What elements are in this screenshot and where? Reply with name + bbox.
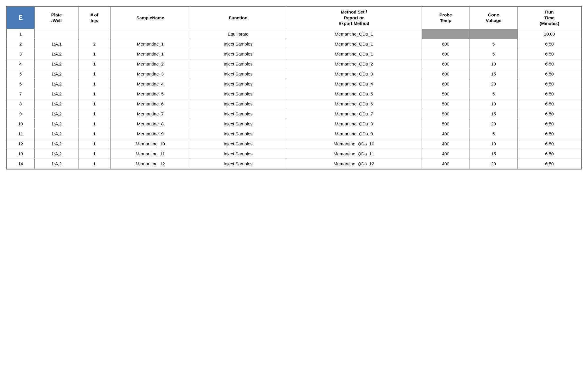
- cell-function: Inject Samples: [190, 159, 286, 169]
- cell-sample: Memantine_4: [110, 79, 190, 89]
- cell-injs: 1: [78, 109, 111, 119]
- cell-cone: 10: [470, 99, 517, 109]
- cell-method: Memantine_QDa_7: [286, 109, 422, 119]
- cell-plate: 1:A,2: [35, 49, 78, 59]
- cell-function: Equilibrate: [190, 29, 286, 39]
- cell-plate: 1:A,2: [35, 59, 78, 69]
- cell-function: Inject Samples: [190, 139, 286, 149]
- cell-cone: 15: [470, 109, 517, 119]
- cell-probe: 400: [422, 129, 470, 139]
- cell-cone: [470, 29, 517, 39]
- cell-row-num: 6: [7, 79, 35, 89]
- cell-runtime: 6.50: [517, 119, 581, 129]
- cell-sample: Memantine_5: [110, 89, 190, 99]
- cell-plate: 1:A,2: [35, 129, 78, 139]
- cell-row-num: 3: [7, 49, 35, 59]
- cell-probe: 600: [422, 39, 470, 49]
- cell-runtime: 6.50: [517, 79, 581, 89]
- cell-injs: 1: [78, 119, 111, 129]
- cell-function: Inject Samples: [190, 59, 286, 69]
- cell-method: Memantine_QDa_8: [286, 119, 422, 129]
- cell-function: Inject Samples: [190, 99, 286, 109]
- cell-row-num: 14: [7, 159, 35, 169]
- cell-function: Inject Samples: [190, 89, 286, 99]
- cell-probe: 400: [422, 139, 470, 149]
- cell-cone: 5: [470, 49, 517, 59]
- cell-row-num: 10: [7, 119, 35, 129]
- cell-sample: Memantine_8: [110, 119, 190, 129]
- cell-sample: Memantine_7: [110, 109, 190, 119]
- cell-runtime: 6.50: [517, 149, 581, 159]
- cell-function: Inject Samples: [190, 129, 286, 139]
- cell-sample: Memantine_6: [110, 99, 190, 109]
- cell-probe: 600: [422, 49, 470, 59]
- table-row[interactable]: 101:A,21Memantine_8Inject SamplesMemanti…: [7, 119, 582, 129]
- table-row[interactable]: 1EquilibrateMemantine_QDa_110.00: [7, 29, 582, 39]
- cell-method: Memantine_QDa_11: [286, 149, 422, 159]
- table-row[interactable]: 91:A,21Memantine_7Inject SamplesMemantin…: [7, 109, 582, 119]
- cell-sample: Memantine_9: [110, 129, 190, 139]
- cell-runtime: 6.50: [517, 89, 581, 99]
- table-row[interactable]: 121:A,21Memantine_10Inject SamplesMemant…: [7, 139, 582, 149]
- cell-cone: 20: [470, 79, 517, 89]
- sample-table: E Plate/Well # ofInjs SampleName Functio…: [6, 6, 582, 169]
- cell-cone: 20: [470, 119, 517, 129]
- cell-row-num: 2: [7, 39, 35, 49]
- cell-function: Inject Samples: [190, 109, 286, 119]
- col-header-e: E: [7, 7, 35, 29]
- cell-method: Memantine_QDa_1: [286, 49, 422, 59]
- cell-probe: 500: [422, 109, 470, 119]
- cell-cone: 15: [470, 149, 517, 159]
- table-row[interactable]: 31:A,21Memantine_1Inject SamplesMemantin…: [7, 49, 582, 59]
- cell-probe: 500: [422, 119, 470, 129]
- col-header-cone: ConeVoltage: [470, 7, 517, 29]
- cell-function: Inject Samples: [190, 119, 286, 129]
- table-row[interactable]: 71:A,21Memantine_5Inject SamplesMemantin…: [7, 89, 582, 99]
- cell-probe: 400: [422, 159, 470, 169]
- cell-runtime: 6.50: [517, 129, 581, 139]
- cell-runtime: 6.50: [517, 109, 581, 119]
- table-row[interactable]: 51:A,21Memantine_3Inject SamplesMemantin…: [7, 69, 582, 79]
- table-row[interactable]: 131:A,21Memantine_11Inject SamplesMemant…: [7, 149, 582, 159]
- cell-plate: 1:A,2: [35, 149, 78, 159]
- cell-row-num: 11: [7, 129, 35, 139]
- cell-runtime: 6.50: [517, 159, 581, 169]
- cell-plate: 1:A,2: [35, 159, 78, 169]
- cell-cone: 10: [470, 139, 517, 149]
- cell-row-num: 4: [7, 59, 35, 69]
- cell-method: Memantine_QDa_1: [286, 29, 422, 39]
- cell-injs: 1: [78, 79, 111, 89]
- col-header-injs: # ofInjs: [78, 7, 111, 29]
- table-row[interactable]: 141:A,21Memantine_12Inject SamplesMemant…: [7, 159, 582, 169]
- cell-cone: 5: [470, 39, 517, 49]
- cell-injs: 1: [78, 139, 111, 149]
- cell-injs: 1: [78, 99, 111, 109]
- cell-function: Inject Samples: [190, 149, 286, 159]
- cell-method: Memantine_QDa_4: [286, 79, 422, 89]
- cell-sample: Memantine_1: [110, 49, 190, 59]
- cell-function: Inject Samples: [190, 39, 286, 49]
- table-row[interactable]: 21:A,12Memantine_1Inject SamplesMemantin…: [7, 39, 582, 49]
- cell-runtime: 6.50: [517, 49, 581, 59]
- cell-injs: 2: [78, 39, 111, 49]
- cell-runtime: 6.50: [517, 59, 581, 69]
- table-row[interactable]: 81:A,21Memantine_6Inject SamplesMemantin…: [7, 99, 582, 109]
- cell-injs: 1: [78, 129, 111, 139]
- header-row: E Plate/Well # ofInjs SampleName Functio…: [7, 7, 582, 29]
- cell-row-num: 9: [7, 109, 35, 119]
- cell-row-num: 13: [7, 149, 35, 159]
- cell-probe: 500: [422, 99, 470, 109]
- cell-row-num: 12: [7, 139, 35, 149]
- col-header-probe: ProbeTemp: [422, 7, 470, 29]
- cell-injs: 1: [78, 59, 111, 69]
- cell-sample: Memantine_10: [110, 139, 190, 149]
- cell-plate: 1:A,2: [35, 89, 78, 99]
- table-row[interactable]: 111:A,21Memantine_9Inject SamplesMemanti…: [7, 129, 582, 139]
- cell-sample: Memantine_11: [110, 149, 190, 159]
- cell-cone: 15: [470, 69, 517, 79]
- cell-runtime: 6.50: [517, 69, 581, 79]
- table-row[interactable]: 61:A,21Memantine_4Inject SamplesMemantin…: [7, 79, 582, 89]
- table-row[interactable]: 41:A,21Memantine_2Inject SamplesMemantin…: [7, 59, 582, 69]
- cell-function: Inject Samples: [190, 79, 286, 89]
- cell-plate: 1:A,2: [35, 119, 78, 129]
